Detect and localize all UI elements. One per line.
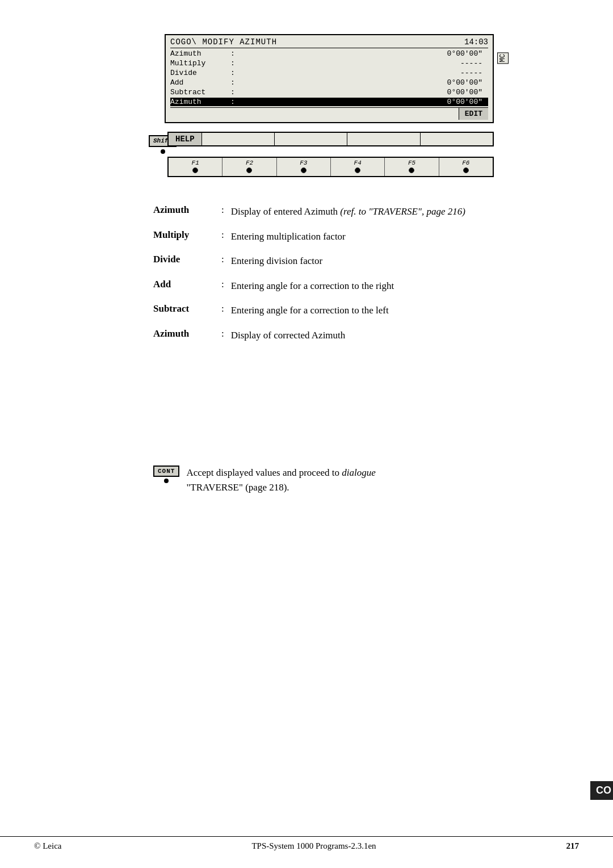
desc-row-multiply: Multiply : Entering multiplication facto… xyxy=(153,229,539,244)
desc-def-divide: Entering division factor xyxy=(231,254,539,269)
fkey-f4-dot xyxy=(355,167,360,173)
fkey-f2-label: F2 xyxy=(246,160,253,166)
footer: © Leica TPS-System 1000 Programs-2.3.1en… xyxy=(0,836,613,851)
help-button[interactable]: HELP xyxy=(169,133,202,145)
fkey-f1[interactable]: F1 xyxy=(169,158,222,176)
cont-dot xyxy=(164,479,169,483)
screen-value-add: 0°00'00" xyxy=(238,78,488,87)
help-spacer-4 xyxy=(421,133,493,145)
screen-value-divide: ----- xyxy=(238,69,488,77)
desc-sep-2: : xyxy=(221,229,224,241)
footer-page: 217 xyxy=(566,841,580,851)
desc-sep-5: : xyxy=(221,303,224,315)
desc-row-azimuth2: Azimuth : Display of corrected Azimuth xyxy=(153,328,539,343)
desc-term-divide: Divide xyxy=(153,254,221,265)
cont-key[interactable]: CONT xyxy=(153,466,179,477)
fkey-f1-label: F1 xyxy=(192,160,199,166)
desc-term-multiply: Multiply xyxy=(153,229,221,241)
screen-value-subtract: 0°00'00" xyxy=(238,88,488,97)
screen-colon-5: : xyxy=(227,88,238,97)
fkey-row: F1 F2 F3 F4 F5 F6 xyxy=(167,157,494,177)
screen-value-multiply: ----- xyxy=(238,59,488,68)
desc-row-subtract: Subtract : Entering angle for a correcti… xyxy=(153,303,539,318)
screen-row-add: Add : 0°00'00" xyxy=(170,78,488,87)
desc-def-multiply: Entering multiplication factor xyxy=(231,229,539,244)
description-table: Azimuth : Display of entered Azimuth (re… xyxy=(153,204,539,353)
footer-title: TPS-System 1000 Programs-2.3.1en xyxy=(251,841,376,851)
desc-def-add: Entering angle for a correction to the r… xyxy=(231,279,539,293)
screen-row-divide: Divide : ----- xyxy=(170,69,488,77)
cont-container: CONT Accept displayed values and proceed… xyxy=(153,466,376,494)
screen-colon-1: : xyxy=(227,49,238,58)
screen-title-row: COGO\ MODIFY AZIMUTH 14:03 xyxy=(170,37,488,48)
desc-term-azimuth1: Azimuth xyxy=(153,204,221,216)
screen-colon-4: : xyxy=(227,78,238,87)
screen-label-subtract: Subtract xyxy=(170,88,227,97)
screen-value-azimuth1: 0°00'00" xyxy=(238,49,488,58)
fkey-f5-label: F5 xyxy=(408,160,415,166)
fkey-f6[interactable]: F6 xyxy=(439,158,493,176)
desc-row-divide: Divide : Entering division factor xyxy=(153,254,539,269)
desc-sep-4: : xyxy=(221,279,224,290)
desc-row-add: Add : Entering angle for a correction to… xyxy=(153,279,539,293)
screen-display: COGO\ MODIFY AZIMUTH 14:03 Azimuth : 0°0… xyxy=(165,34,494,123)
screen-label-multiply: Multiply xyxy=(170,59,227,68)
cont-text: Accept displayed values and proceed to d… xyxy=(186,466,375,494)
footer-copyright: © Leica xyxy=(34,841,61,851)
fkey-f1-dot xyxy=(192,167,198,173)
fkey-f5-dot xyxy=(409,167,414,173)
shift-dot xyxy=(161,149,165,154)
fkey-f3[interactable]: F3 xyxy=(277,158,331,176)
cont-wrapper: CONT xyxy=(153,466,179,483)
fkey-f6-dot xyxy=(463,167,469,173)
screen-title: COGO\ MODIFY AZIMUTH xyxy=(170,37,277,47)
desc-term-subtract: Subtract xyxy=(153,303,221,315)
screen-time: 14:03 xyxy=(464,37,488,47)
screen-value-azimuth2: 0°00'00" xyxy=(238,98,488,106)
screen-row-azimuth2: Azimuth : 0°00'00" xyxy=(170,98,488,106)
screen-label-azimuth2: Azimuth xyxy=(170,98,227,106)
screen-device: COGO\ MODIFY AZIMUTH 14:03 Azimuth : 0°0… xyxy=(165,34,494,123)
edit-button[interactable]: EDIT xyxy=(459,108,488,120)
screen-colon-2: : xyxy=(227,59,238,68)
help-spacer-3 xyxy=(347,133,420,145)
screen-row-azimuth1: Azimuth : 0°00'00" xyxy=(170,49,488,58)
mc-label: MC xyxy=(497,52,509,64)
desc-term-azimuth2: Azimuth xyxy=(153,328,221,339)
screen-colon-6: : xyxy=(227,98,238,106)
fkey-f3-label: F3 xyxy=(300,160,307,166)
screen-colon-3: : xyxy=(227,69,238,77)
desc-term-add: Add xyxy=(153,279,221,290)
desc-def-azimuth1: Display of entered Azimuth (ref. to "TRA… xyxy=(231,204,539,219)
help-row: HELP xyxy=(167,132,494,146)
help-spacer-2 xyxy=(275,133,347,145)
fkey-f4-label: F4 xyxy=(354,160,362,166)
fkey-f2-dot xyxy=(246,167,252,173)
desc-sep-1: : xyxy=(221,204,224,216)
screen-label-divide: Divide xyxy=(170,69,227,77)
page: COGO\ MODIFY AZIMUTH 14:03 Azimuth : 0°0… xyxy=(0,0,613,868)
edit-row: EDIT xyxy=(170,107,488,120)
desc-row-azimuth1: Azimuth : Display of entered Azimuth (re… xyxy=(153,204,539,219)
fkey-f4[interactable]: F4 xyxy=(331,158,385,176)
screen-label-add: Add xyxy=(170,78,227,87)
fkey-f6-label: F6 xyxy=(462,160,469,166)
desc-def-subtract: Entering angle for a correction to the l… xyxy=(231,303,539,318)
fkey-f3-dot xyxy=(301,167,306,173)
screen-row-subtract: Subtract : 0°00'00" xyxy=(170,88,488,97)
fkey-f2[interactable]: F2 xyxy=(222,158,276,176)
desc-sep-6: : xyxy=(221,328,224,339)
help-spacer-1 xyxy=(202,133,275,145)
screen-label-azimuth1: Azimuth xyxy=(170,49,227,58)
fkey-f5[interactable]: F5 xyxy=(385,158,439,176)
desc-sep-3: : xyxy=(221,254,224,265)
co-label: CO xyxy=(590,781,613,800)
desc-def-azimuth2: Display of corrected Azimuth xyxy=(231,328,539,343)
screen-row-multiply: Multiply : ----- xyxy=(170,59,488,68)
